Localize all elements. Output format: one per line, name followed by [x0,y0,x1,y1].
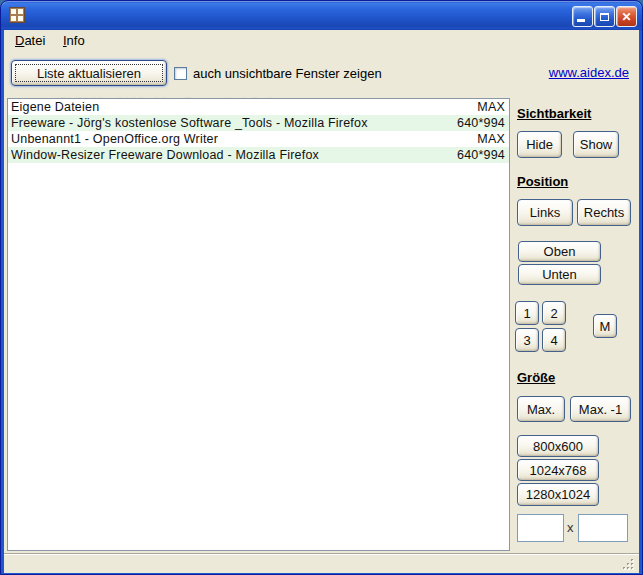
maximize-size-button[interactable]: Max. [517,396,565,422]
max-minus-one-button[interactable]: Max. -1 [570,396,631,422]
preset-800x600-button[interactable]: 800x600 [517,435,599,457]
window-title-text: Window-Resizer Freeware Download - Mozil… [11,147,319,163]
window-size-text: MAX [477,99,505,115]
window-list-rows: Eigene Dateien MAX Freeware - Jörg's kos… [8,99,509,163]
window-size-text: 640*994 [457,147,505,163]
height-input[interactable] [578,514,628,542]
list-item[interactable]: Eigene Dateien MAX [8,99,509,115]
position-left-button[interactable]: Links [517,199,573,226]
aidex-website-link[interactable]: www.aidex.de [549,65,629,80]
corner-4-button[interactable]: 4 [542,328,566,352]
preset-1024x768-button[interactable]: 1024x768 [517,459,599,481]
size-separator-label: x [567,520,574,535]
list-item[interactable]: Freeware - Jörg's kostenlose Software _T… [8,115,509,131]
position-heading: Position [517,174,568,189]
window-title-text: Eigene Dateien [11,99,99,115]
preset-1280x1024-button[interactable]: 1280x1024 [517,483,599,506]
monitor-button[interactable]: M [593,314,617,338]
hide-button[interactable]: Hide [517,131,562,158]
position-right-button[interactable]: Rechts [577,199,631,226]
window-size-text: MAX [477,131,505,147]
visibility-heading: Sichtbarkeit [517,106,591,121]
close-icon: ✕ [621,10,631,24]
window-title-text: Freeware - Jörg's kostenlose Software _T… [11,115,368,131]
width-input[interactable] [517,514,564,542]
corner-2-button[interactable]: 2 [542,301,566,325]
status-bar [4,553,639,573]
menu-bar: Datei Info [4,31,639,52]
invisible-windows-checkbox-label: auch unsichtbare Fenster zeigen [193,66,382,81]
refresh-list-button[interactable]: Liste aktualisieren [11,60,167,86]
refresh-list-label: Liste aktualisieren [37,66,141,81]
app-icon[interactable] [9,7,25,23]
window-size-text: 640*994 [457,115,505,131]
maximize-icon [600,13,609,21]
close-button[interactable]: ✕ [616,6,637,27]
window-title-text: Unbenannt1 - OpenOffice.org Writer [11,131,218,147]
position-bottom-button[interactable]: Unten [518,264,601,285]
minimize-icon [577,19,585,22]
window-title: WinResizer v 1.1 (C) 2006 - 2008 Jörg Ro… [31,1,304,30]
list-item[interactable]: Window-Resizer Freeware Download - Mozil… [8,147,509,163]
corner-1-button[interactable]: 1 [515,301,539,325]
maximize-button[interactable] [594,6,615,27]
position-top-button[interactable]: Oben [518,241,601,262]
title-bar[interactable]: WinResizer v 1.1 (C) 2006 - 2008 Jörg Ro… [1,1,642,30]
show-button[interactable]: Show [573,131,619,158]
size-heading: Größe [517,370,555,385]
menu-item-datei[interactable]: Datei [8,31,52,50]
winresizer-window: WinResizer v 1.1 (C) 2006 - 2008 Jörg Ro… [0,0,643,575]
resize-grip-icon[interactable] [622,557,635,570]
window-list[interactable]: Eigene Dateien MAX Freeware - Jörg's kos… [7,98,510,551]
corner-3-button[interactable]: 3 [515,328,539,352]
minimize-button[interactable] [572,6,593,27]
menu-item-info[interactable]: Info [56,31,92,50]
invisible-windows-checkbox[interactable] [174,67,187,80]
list-item[interactable]: Unbenannt1 - OpenOffice.org Writer MAX [8,131,509,147]
